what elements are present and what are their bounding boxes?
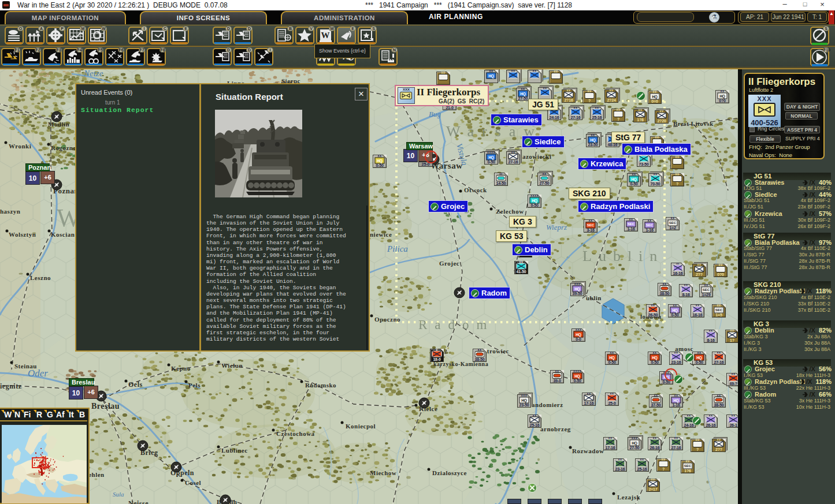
- svg-text:haszyn: haszyn: [0, 208, 20, 215]
- svg-text:Lezajsk: Lezajsk: [617, 494, 641, 501]
- svg-text:Kepno: Kepno: [171, 365, 191, 372]
- svg-text:Brest Litovsk: Brest Litovsk: [673, 120, 714, 127]
- svg-text:Netze: Netze: [83, 69, 103, 78]
- svg-text:Lublin: Lublin: [582, 248, 664, 264]
- svg-text:Wieprz: Wieprz: [546, 223, 567, 232]
- svg-text:Koniecpol: Koniecpol: [346, 423, 376, 430]
- svg-text:Rogozno: Rogozno: [51, 144, 76, 151]
- svg-text:Dzialoszyce: Dzialoszyce: [432, 469, 467, 476]
- svg-text:arnobrzeg: arnobrzeg: [540, 425, 571, 432]
- svg-text:Lublinec: Lublinec: [221, 447, 248, 454]
- svg-text:Neisse: Neisse: [128, 499, 149, 504]
- svg-text:W: W: [321, 31, 330, 40]
- svg-text:Pels: Pels: [188, 382, 201, 389]
- svg-text:Cosel: Cosel: [185, 479, 201, 486]
- svg-text:Wielun: Wielun: [221, 362, 243, 369]
- svg-text:Mazowiecki: Mazowiecki: [516, 153, 551, 160]
- svg-text:niewice: niewice: [370, 231, 392, 238]
- svg-text:Czestochowa: Czestochowa: [276, 430, 315, 437]
- svg-text:Otwock: Otwock: [464, 186, 487, 193]
- svg-text:Pilica: Pilica: [387, 244, 408, 253]
- svg-text:strowiec: strowiec: [484, 348, 509, 354]
- svg-text:Zelechow: Zelechow: [496, 208, 524, 215]
- svg-text:Wronki: Wronki: [9, 143, 31, 150]
- svg-text:Steinau: Steinau: [14, 363, 37, 369]
- svg-text:Bug: Bug: [429, 110, 441, 118]
- svg-text:Radomsko: Radomsko: [305, 382, 336, 389]
- svg-text:Sula: Sula: [113, 491, 124, 498]
- svg-text:Miechow: Miechow: [370, 469, 396, 476]
- svg-text:Leszno: Leszno: [30, 274, 51, 281]
- svg-text:ublin: ublin: [586, 294, 602, 301]
- svg-text:Grojec: Grojec: [439, 260, 459, 267]
- svg-text:Wolsztyn: Wolsztyn: [9, 231, 36, 238]
- svg-text:iegnitz: iegnitz: [0, 382, 22, 390]
- svg-text:andomierz: andomierz: [532, 401, 563, 408]
- svg-text:Radom: Radom: [418, 318, 494, 332]
- svg-text:Opoczno: Opoczno: [374, 316, 400, 323]
- svg-text:Oels: Oels: [128, 380, 143, 389]
- svg-text:Koscian: Koscian: [51, 231, 75, 238]
- svg-text:Rozwadow: Rozwadow: [572, 447, 604, 454]
